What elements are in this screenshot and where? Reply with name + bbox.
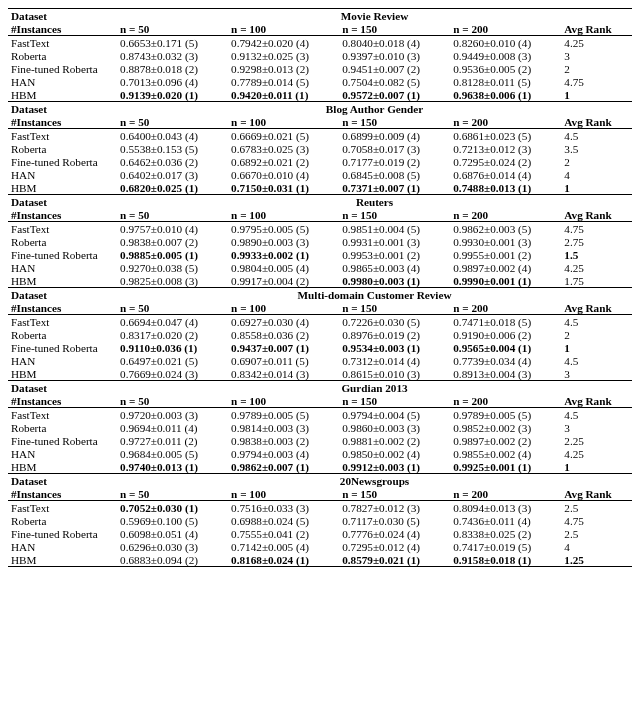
dataset-name: Gurdian 2013: [117, 381, 632, 395]
rank-cell: 4.75: [561, 222, 632, 236]
cell: 0.7417±0.019 (5): [450, 540, 561, 553]
rank-cell: 1.25: [561, 553, 632, 567]
rank-cell: 3.5: [561, 142, 632, 155]
cell: 0.8260±0.010 (4): [450, 36, 561, 50]
cell: 0.9789±0.005 (5): [450, 408, 561, 422]
cell: 0.9955±0.001 (2): [450, 248, 561, 261]
method-name: FastText: [8, 501, 117, 515]
col-n1: n = 100: [228, 115, 339, 129]
instances-label: #Instances: [8, 208, 117, 222]
cell: 0.8094±0.013 (3): [450, 501, 561, 515]
instances-label: #Instances: [8, 394, 117, 408]
cell: 0.6883±0.094 (2): [117, 553, 228, 567]
cell: 0.6402±0.017 (3): [117, 168, 228, 181]
cell: 0.6296±0.030 (3): [117, 540, 228, 553]
rank-cell: 2.25: [561, 434, 632, 447]
cell: 0.9860±0.003 (3): [339, 421, 450, 434]
cell: 0.5538±0.153 (5): [117, 142, 228, 155]
method-name: FastText: [8, 222, 117, 236]
avg-rank-label: Avg Rank: [561, 208, 632, 222]
col-n1: n = 100: [228, 394, 339, 408]
cell: 0.9851±0.004 (5): [339, 222, 450, 236]
dataset-label: Dataset: [8, 195, 117, 209]
cell: 0.6845±0.008 (5): [339, 168, 450, 181]
method-name: Roberta: [8, 421, 117, 434]
method-name: HBM: [8, 274, 117, 288]
cell: 0.9572±0.007 (1): [339, 88, 450, 102]
col-n2: n = 150: [339, 301, 450, 315]
cell: 0.9397±0.010 (3): [339, 49, 450, 62]
cell: 0.9804±0.005 (4): [228, 261, 339, 274]
col-n1: n = 100: [228, 487, 339, 501]
method-name: FastText: [8, 315, 117, 329]
dataset-label: Dataset: [8, 381, 117, 395]
method-name: Roberta: [8, 142, 117, 155]
col-n2: n = 150: [339, 394, 450, 408]
col-n3: n = 200: [450, 22, 561, 36]
cell: 0.9862±0.007 (1): [228, 460, 339, 474]
cell: 0.7669±0.024 (3): [117, 367, 228, 381]
cell: 0.7488±0.013 (1): [450, 181, 561, 195]
rank-cell: 1: [561, 341, 632, 354]
cell: 0.9931±0.001 (3): [339, 235, 450, 248]
cell: 0.7516±0.033 (3): [228, 501, 339, 515]
rank-cell: 4.75: [561, 75, 632, 88]
cell: 0.9420±0.011 (1): [228, 88, 339, 102]
cell: 0.7789±0.014 (5): [228, 75, 339, 88]
cell: 0.9912±0.003 (1): [339, 460, 450, 474]
cell: 0.7295±0.012 (4): [339, 540, 450, 553]
method-name: HAN: [8, 75, 117, 88]
method-name: Roberta: [8, 328, 117, 341]
col-n1: n = 100: [228, 22, 339, 36]
cell: 0.7827±0.012 (3): [339, 501, 450, 515]
method-name: Roberta: [8, 514, 117, 527]
cell: 0.6876±0.014 (4): [450, 168, 561, 181]
cell: 0.5969±0.100 (5): [117, 514, 228, 527]
cell: 0.8168±0.024 (1): [228, 553, 339, 567]
instances-label: #Instances: [8, 115, 117, 129]
rank-cell: 4.75: [561, 514, 632, 527]
cell: 0.9925±0.001 (1): [450, 460, 561, 474]
method-name: Fine-tuned Roberta: [8, 341, 117, 354]
cell: 0.9789±0.005 (5): [228, 408, 339, 422]
cell: 0.6820±0.025 (1): [117, 181, 228, 195]
cell: 0.7555±0.041 (2): [228, 527, 339, 540]
cell: 0.9881±0.002 (2): [339, 434, 450, 447]
cell: 0.9684±0.005 (5): [117, 447, 228, 460]
results-table: DatasetMovie Review#Instancesn = 50n = 1…: [8, 8, 632, 567]
dataset-label: Dataset: [8, 9, 117, 23]
cell: 0.6669±0.021 (5): [228, 129, 339, 143]
cell: 0.7312±0.014 (4): [339, 354, 450, 367]
cell: 0.8913±0.004 (3): [450, 367, 561, 381]
rank-cell: 2.75: [561, 235, 632, 248]
cell: 0.7052±0.030 (1): [117, 501, 228, 515]
cell: 0.8579±0.021 (1): [339, 553, 450, 567]
method-name: Roberta: [8, 235, 117, 248]
cell: 0.7295±0.024 (2): [450, 155, 561, 168]
cell: 0.6927±0.030 (4): [228, 315, 339, 329]
cell: 0.7013±0.096 (4): [117, 75, 228, 88]
cell: 0.8342±0.014 (3): [228, 367, 339, 381]
cell: 0.9727±0.011 (2): [117, 434, 228, 447]
cell: 0.9825±0.008 (3): [117, 274, 228, 288]
cell: 0.9850±0.002 (4): [339, 447, 450, 460]
dataset-label: Dataset: [8, 288, 117, 302]
rank-cell: 4.5: [561, 315, 632, 329]
cell: 0.6988±0.024 (5): [228, 514, 339, 527]
method-name: HAN: [8, 168, 117, 181]
cell: 0.7471±0.018 (5): [450, 315, 561, 329]
method-name: FastText: [8, 36, 117, 50]
rank-cell: 4.25: [561, 447, 632, 460]
method-name: HAN: [8, 540, 117, 553]
rank-cell: 1: [561, 460, 632, 474]
rank-cell: 4: [561, 540, 632, 553]
cell: 0.9139±0.020 (1): [117, 88, 228, 102]
cell: 0.9110±0.036 (1): [117, 341, 228, 354]
rank-cell: 2: [561, 328, 632, 341]
col-n0: n = 50: [117, 208, 228, 222]
cell: 0.8040±0.018 (4): [339, 36, 450, 50]
avg-rank-label: Avg Rank: [561, 22, 632, 36]
cell: 0.9980±0.003 (1): [339, 274, 450, 288]
rank-cell: 3: [561, 49, 632, 62]
rank-cell: 4: [561, 168, 632, 181]
